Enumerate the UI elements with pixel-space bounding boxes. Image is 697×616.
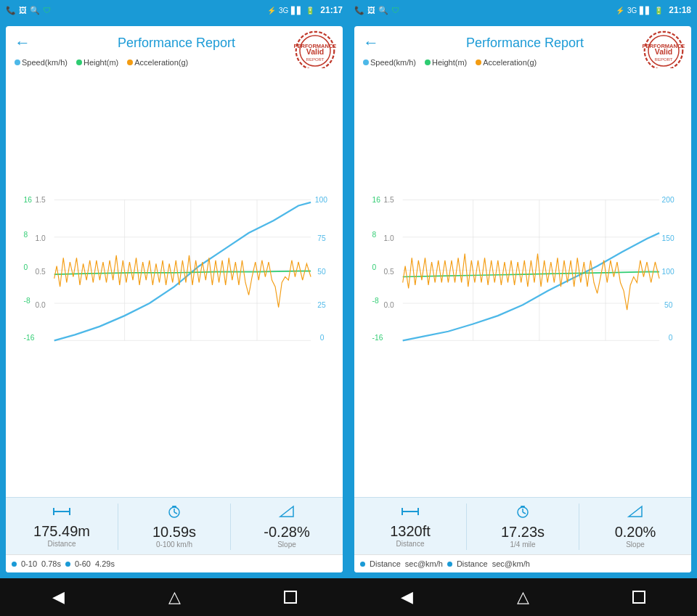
signal-icon-left: ▋▋: [291, 7, 303, 15]
image-icon-left: 🖼: [19, 6, 27, 15]
svg-text:1.0: 1.0: [35, 235, 46, 243]
left-valid-stamp: PERFORMANCE Valid REPORT: [293, 29, 337, 73]
left-chart: 16 8 0 -8 -16 1.5 1.0 0.5 0.0 100 75 50 …: [9, 70, 340, 496]
recents-nav-button-right[interactable]: [632, 591, 645, 604]
svg-text:0: 0: [24, 263, 28, 271]
right-time-value: 17.23s: [501, 523, 545, 541]
left-bottom-value2: 4.29s: [95, 559, 115, 568]
right-report-title: Performance Report: [367, 36, 682, 51]
network-icon-left: 3G: [279, 7, 288, 15]
back-nav-button-left[interactable]: ◀: [52, 588, 65, 607]
left-slope-label: Slope: [277, 541, 296, 549]
right-slope-value: 0.20%: [615, 523, 656, 541]
right-card: ← Performance Report PERFORMANCE Valid R…: [354, 26, 691, 572]
status-bar: 📞 🖼 🔍 🛡 ⚡ 3G ▋▋ 🔋 21:17 📞 🖼 🔍 🛡 ⚡ 3G ▋▋ …: [0, 0, 697, 20]
svg-marker-34: [280, 506, 293, 517]
svg-text:0.5: 0.5: [383, 268, 394, 276]
right-time-label: 1/4 mile: [510, 541, 535, 549]
height-label: Height(m): [83, 58, 118, 67]
time-left: 21:17: [320, 5, 343, 15]
left-stat-distance: 175.49m Distance: [6, 504, 118, 550]
shield-icon-right: 🛡: [391, 6, 399, 15]
height-dot: [76, 59, 82, 65]
left-distance-value: 175.49m: [33, 522, 90, 540]
svg-rect-62: [402, 511, 419, 512]
battery-icon-left: 🔋: [306, 7, 314, 15]
right-stat-time: 17.23s 1/4 mile: [467, 504, 579, 550]
svg-text:25: 25: [317, 301, 326, 309]
left-stat-time: 10.59s 0-100 km/h: [118, 504, 231, 550]
left-legend-speed: Speed(km/h): [15, 58, 68, 67]
left-bottom-row: 0-10 0.78s 0-60 4.29s: [6, 554, 343, 572]
svg-text:150: 150: [662, 235, 674, 243]
phones-row: ← Performance Report PERFORMANCE Valid R…: [0, 20, 697, 578]
status-icons-right-left: ⚡ 3G ▋▋ 🔋 21:17: [267, 5, 343, 15]
left-stat-slope: -0.28% Slope: [231, 504, 343, 550]
right-legend: Speed(km/h) Height(m) Acceleration(g): [354, 55, 691, 68]
svg-text:1.5: 1.5: [383, 196, 394, 204]
signal-icon-right: ▋▋: [640, 7, 651, 15]
svg-line-32: [174, 512, 177, 514]
svg-text:0.5: 0.5: [35, 268, 46, 276]
right-accel-dot: [476, 59, 481, 65]
image-icon-right: 🖼: [367, 6, 375, 15]
svg-text:50: 50: [317, 268, 326, 276]
left-legend-height: Height(m): [76, 58, 118, 67]
network-icon-right: 3G: [627, 7, 637, 15]
left-legend-accel: Acceleration(g): [127, 58, 188, 67]
svg-text:0.0: 0.0: [383, 301, 394, 309]
svg-rect-63: [402, 508, 403, 515]
shield-icon-left: 🛡: [43, 6, 51, 15]
recents-nav-button-left[interactable]: [284, 591, 297, 604]
svg-text:8: 8: [24, 231, 28, 239]
home-nav-button-right[interactable]: △: [517, 588, 529, 607]
svg-text:100: 100: [662, 268, 674, 276]
right-bottom-dot2: [447, 562, 452, 567]
back-nav-button-right[interactable]: ◀: [401, 588, 413, 607]
left-card: ← Performance Report PERFORMANCE Valid R…: [6, 26, 343, 572]
right-bottom-text1: Distance: [370, 559, 401, 568]
left-slope-value: -0.28%: [264, 523, 309, 541]
svg-rect-28: [53, 508, 54, 515]
right-stat-distance: 1320ft Distance: [354, 504, 467, 550]
svg-text:200: 200: [662, 196, 674, 204]
bluetooth-icon-right: ⚡: [616, 7, 624, 15]
accel-label: Acceleration(g): [134, 58, 188, 67]
right-bottom-dot1: [360, 562, 365, 567]
slope-icon-right: [627, 505, 643, 522]
right-distance-label: Distance: [396, 540, 425, 548]
left-stats-row: 175.49m Distance 10.59s 0-100 km/h -0.28…: [6, 497, 343, 554]
right-accel-label: Acceleration(g): [483, 58, 537, 67]
status-icons-left2: 📞 🖼 🔍 🛡: [354, 6, 399, 15]
svg-text:75: 75: [317, 235, 326, 243]
status-icons-right-right: ⚡ 3G ▋▋ 🔋 21:18: [616, 5, 691, 15]
left-time-value: 10.59s: [152, 523, 196, 541]
right-stats-row: 1320ft Distance 17.23s 1/4 mile 0.20% Sl…: [354, 497, 691, 554]
speed-label: Speed(km/h): [22, 58, 68, 67]
svg-text:8: 8: [372, 231, 377, 239]
right-chart-area: 16 8 0 -8 -16 1.5 1.0 0.5 0.0 200 150 10…: [354, 68, 691, 497]
svg-rect-33: [172, 506, 176, 507]
right-speed-label: Speed(km/h): [370, 58, 416, 67]
timer-icon-left: [166, 505, 182, 522]
left-panel: ← Performance Report PERFORMANCE Valid R…: [0, 20, 348, 578]
left-legend: Speed(km/h) Height(m) Acceleration(g): [6, 55, 343, 68]
svg-text:Valid: Valid: [655, 47, 673, 56]
svg-text:REPORT: REPORT: [306, 57, 325, 62]
speed-dot: [15, 59, 20, 65]
right-bottom-text4: sec@km/h: [492, 559, 530, 568]
svg-text:0: 0: [669, 334, 673, 342]
right-height-label: Height(m): [432, 58, 467, 67]
left-bottom-text1: 0-10: [21, 559, 37, 568]
svg-text:1.0: 1.0: [383, 235, 394, 243]
home-nav-button-left[interactable]: △: [168, 588, 181, 607]
bluetooth-icon-left: ⚡: [267, 7, 276, 15]
svg-text:0: 0: [372, 263, 377, 271]
svg-rect-64: [417, 508, 419, 515]
distance-icon-right: [402, 506, 419, 521]
left-bottom-dot1: [12, 562, 17, 567]
svg-text:Valid: Valid: [306, 47, 325, 56]
svg-text:-16: -16: [24, 334, 35, 342]
right-bottom-text2: sec@km/h: [405, 559, 443, 568]
svg-text:0.0: 0.0: [35, 301, 46, 309]
